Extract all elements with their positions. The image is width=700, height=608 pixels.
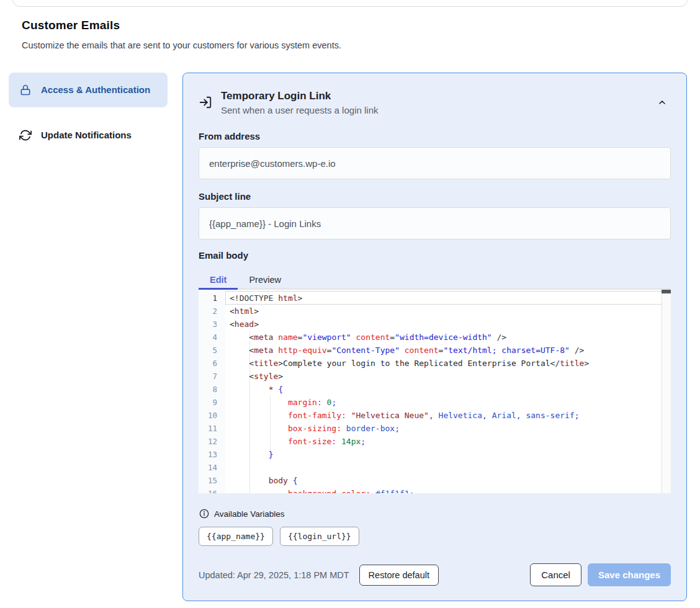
from-address-label: From address: [199, 131, 671, 141]
code-line: font-size: 14px;: [225, 435, 366, 448]
sidebar-item-label: Access & Authentication: [41, 83, 150, 97]
tab-preview[interactable]: Preview: [238, 270, 292, 290]
panel-subtitle: Sent when a user requests a login link: [221, 105, 653, 115]
code-row[interactable]: 15 body {: [199, 474, 671, 487]
code-editor[interactable]: 1<!DOCTYPE html>2<html>3<head>4 <meta na…: [199, 290, 671, 493]
line-number: 16: [199, 487, 225, 493]
code-line: [225, 461, 230, 474]
previous-card-bottom-edge: [12, 0, 688, 7]
code-line: <title>Complete your login to the Replic…: [225, 357, 589, 370]
line-number: 13: [199, 448, 225, 461]
variable-chip[interactable]: {{login_url}}: [280, 527, 359, 546]
code-row[interactable]: 13 }: [199, 448, 671, 461]
code-row[interactable]: 6 <title>Complete your login to the Repl…: [199, 357, 671, 370]
code-row[interactable]: 7 <style>: [199, 370, 671, 383]
code-line: <!DOCTYPE html>: [225, 292, 302, 305]
tab-edit[interactable]: Edit: [199, 270, 238, 290]
variable-chips: {{app_name}}{{login_url}}: [199, 527, 671, 546]
code-row[interactable]: 8 * {: [199, 383, 671, 396]
line-number: 3: [199, 318, 225, 331]
email-types-sidebar: Access & Authentication Update Notificat…: [9, 73, 168, 153]
line-number: 8: [199, 383, 225, 396]
line-number: 10: [199, 409, 225, 422]
code-line: <html>: [225, 305, 259, 318]
code-line: box-sizing: border-box;: [225, 422, 400, 435]
email-body-label: Email body: [199, 250, 671, 261]
line-number: 9: [199, 396, 225, 409]
line-number: 11: [199, 422, 225, 435]
available-variables-label: Available Variables: [214, 509, 285, 519]
line-number: 5: [199, 344, 225, 357]
from-address-input[interactable]: [199, 147, 671, 179]
code-row[interactable]: 1<!DOCTYPE html>: [199, 292, 671, 305]
sidebar-item-label: Update Notifications: [41, 128, 132, 143]
chevron-up-icon: [657, 97, 667, 107]
panel-title: Temporary Login Link: [221, 90, 653, 102]
variable-chip[interactable]: {{app_name}}: [199, 527, 273, 546]
updated-timestamp: Updated: Apr 29, 2025, 1:18 PM MDT: [199, 570, 349, 580]
panel-footer: Updated: Apr 29, 2025, 1:18 PM MDT Resto…: [199, 563, 671, 586]
line-number: 7: [199, 370, 225, 383]
page-title: Customer Emails: [22, 19, 678, 32]
page-header: Customer Emails Customize the emails tha…: [0, 0, 700, 50]
editor-scrollbar[interactable]: [662, 290, 671, 493]
line-number: 6: [199, 357, 225, 370]
code-line: background-color: #f1f1f1;: [225, 487, 414, 493]
code-row[interactable]: 16 background-color: #f1f1f1;: [199, 487, 671, 493]
subject-line-label: Subject line: [199, 191, 671, 202]
code-line: }: [225, 448, 273, 461]
info-icon[interactable]: [199, 507, 209, 521]
line-number: 14: [199, 461, 225, 474]
collapse-panel-button[interactable]: [653, 94, 671, 111]
save-changes-button[interactable]: Save changes: [588, 563, 671, 586]
code-line: * {: [225, 383, 283, 396]
code-line: margin: 0;: [225, 396, 336, 409]
code-row[interactable]: 14: [199, 461, 671, 474]
line-number: 15: [199, 474, 225, 487]
line-number: 1: [199, 292, 225, 305]
panel-header: Temporary Login Link Sent when a user re…: [199, 90, 671, 115]
code-line: <head>: [225, 318, 259, 331]
line-number: 4: [199, 331, 225, 344]
code-line: body {: [225, 474, 298, 487]
sidebar-item-access-authentication[interactable]: Access & Authentication: [9, 73, 168, 107]
code-line: <style>: [225, 370, 283, 383]
code-row[interactable]: 12 font-size: 14px;: [199, 435, 671, 448]
code-row[interactable]: 5 <meta http-equiv="Content-Type" conten…: [199, 344, 671, 357]
subject-line-input[interactable]: [199, 207, 671, 239]
code-row[interactable]: 10 font-family: "Helvetica Neue", Helvet…: [199, 409, 671, 422]
code-row[interactable]: 2<html>: [199, 305, 671, 318]
page-subtitle: Customize the emails that are sent to yo…: [22, 40, 678, 50]
temporary-login-link-panel: Temporary Login Link Sent when a user re…: [182, 73, 687, 601]
line-number: 12: [199, 435, 225, 448]
login-icon: [199, 96, 212, 109]
code-row[interactable]: 11 box-sizing: border-box;: [199, 422, 671, 435]
line-number: 2: [199, 305, 225, 318]
code-content: 1<!DOCTYPE html>2<html>3<head>4 <meta na…: [199, 292, 671, 493]
email-body-tabs: Edit Preview: [199, 270, 671, 290]
lock-icon: [19, 83, 32, 97]
editor-scrollbar-thumb[interactable]: [662, 290, 671, 293]
sidebar-item-update-notifications[interactable]: Update Notifications: [9, 118, 168, 153]
code-row[interactable]: 3<head>: [199, 318, 671, 331]
refresh-icon: [19, 128, 32, 142]
restore-default-button[interactable]: Restore default: [359, 565, 439, 586]
code-line: <meta name="viewport" content="width=dev…: [225, 331, 506, 344]
code-line: font-family: "Helvetica Neue", Helvetica…: [225, 409, 580, 422]
cancel-button[interactable]: Cancel: [530, 563, 581, 586]
code-line: <meta http-equiv="Content-Type" content=…: [225, 344, 584, 357]
code-row[interactable]: 4 <meta name="viewport" content="width=d…: [199, 331, 671, 344]
code-row[interactable]: 9 margin: 0;: [199, 396, 671, 409]
